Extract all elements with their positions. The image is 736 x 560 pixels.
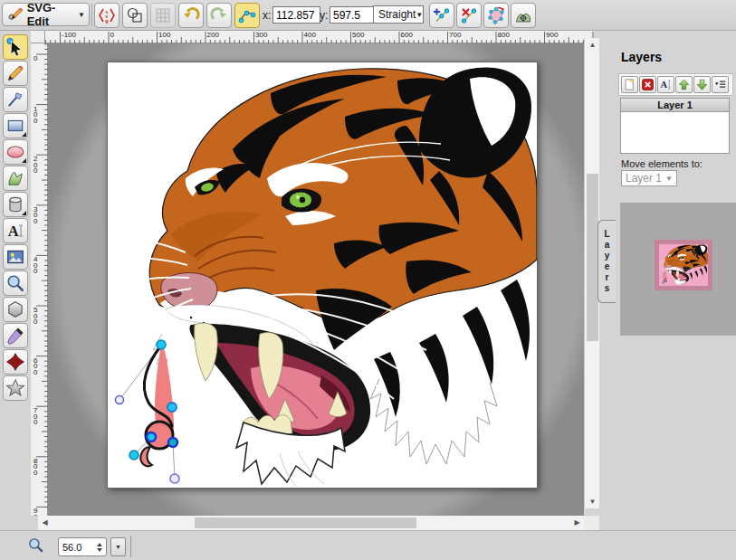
- move-layer-down-button[interactable]: [693, 76, 711, 93]
- thumbnail-image: [659, 244, 708, 286]
- move-layer-up-button[interactable]: [675, 76, 693, 93]
- undo-arrow-icon: [182, 6, 200, 24]
- scroll-down-icon[interactable]: ▼: [585, 495, 600, 508]
- tool-select-button[interactable]: [3, 34, 28, 60]
- pencil-icon: [5, 63, 25, 83]
- horizontal-scroll-thumb[interactable]: [195, 517, 416, 528]
- tool-polygon-button[interactable]: [3, 297, 28, 322]
- top-toolbar: SVG-Edit ▼ x: y: Straight ▼: [0, 0, 736, 31]
- subpath-icon: [514, 6, 532, 24]
- svg-text:200: 200: [33, 155, 38, 175]
- grid-icon: [154, 6, 172, 24]
- hexagon-icon: [5, 299, 25, 319]
- delete-node-icon: [460, 6, 478, 24]
- tool-pencil-button[interactable]: [3, 61, 28, 86]
- chevron-down-icon: ▼: [78, 11, 85, 19]
- main-menu-label: SVG-Edit: [27, 1, 74, 28]
- redo-button[interactable]: [206, 3, 232, 28]
- open-path-button[interactable]: [483, 3, 509, 28]
- scroll-right-icon[interactable]: ▶: [570, 516, 584, 530]
- delete-layer-button[interactable]: [639, 76, 656, 93]
- delete-node-button[interactable]: [456, 3, 482, 28]
- tool-ellipse-button[interactable]: [3, 139, 28, 165]
- tool-star-button[interactable]: [3, 375, 28, 401]
- rename-layer-button[interactable]: [657, 76, 674, 93]
- link-control-points-button[interactable]: [234, 3, 260, 28]
- toolbar-separator: [91, 4, 92, 26]
- svg-text:100: 100: [33, 105, 38, 125]
- tool-text-button[interactable]: [3, 218, 28, 243]
- move-elements-select[interactable]: Layer 1 ▼: [621, 170, 677, 186]
- image-icon: [5, 247, 25, 267]
- svg-canvas[interactable]: [107, 62, 538, 489]
- svg-text:0: 0: [33, 54, 38, 62]
- zoom-spinner[interactable]: [97, 543, 102, 552]
- undo-button[interactable]: [178, 3, 204, 28]
- svg-edit-logo-icon: [6, 5, 24, 24]
- scroll-left-icon[interactable]: ◀: [38, 516, 52, 530]
- green-down-icon: [695, 78, 709, 91]
- tool-image-button[interactable]: [3, 244, 28, 270]
- tool-ornament-button[interactable]: [3, 349, 28, 375]
- svg-text:300: 300: [255, 31, 268, 39]
- tool-rect-button[interactable]: [3, 113, 28, 138]
- svg-text:0: 0: [110, 31, 115, 39]
- tool-shapelib-button[interactable]: [3, 192, 28, 217]
- layer-list[interactable]: Layer 1: [620, 98, 730, 154]
- svg-text:900: 900: [546, 31, 559, 39]
- segment-type-select[interactable]: Straight ▼: [373, 5, 424, 24]
- layer-row[interactable]: Layer 1: [621, 99, 729, 112]
- wireframe-button[interactable]: [122, 3, 148, 28]
- new-page-icon: [623, 78, 636, 91]
- tool-zoom-button[interactable]: [3, 271, 28, 296]
- svg-text:300: 300: [33, 205, 38, 225]
- layers-side-tab[interactable]: Layers: [597, 220, 616, 303]
- layers-panel: Layers Layer 1 Move elements to: Layer 1…: [616, 30, 736, 560]
- grid-button[interactable]: [150, 3, 176, 28]
- new-layer-button[interactable]: [621, 76, 638, 93]
- left-ruler: 0100200300400500600700800900: [31, 43, 48, 516]
- green-up-icon: [677, 78, 691, 91]
- svg-text:800: 800: [33, 457, 38, 477]
- rename-text-icon: [659, 78, 673, 91]
- svg-source-icon: [98, 6, 116, 24]
- add-node-button[interactable]: [429, 3, 454, 28]
- y-coordinate-label: y:: [320, 9, 328, 22]
- workspace[interactable]: [48, 43, 584, 516]
- svg-text:600: 600: [33, 356, 38, 376]
- svg-text:900: 900: [33, 507, 38, 516]
- path-shape-icon: [5, 168, 25, 188]
- preview-area: [620, 203, 736, 336]
- tool-path-button[interactable]: [3, 166, 28, 191]
- horizontal-scrollbar[interactable]: ◀ ▶: [38, 516, 584, 530]
- main-menu-button[interactable]: SVG-Edit ▼: [2, 3, 90, 26]
- zoom-presets-button[interactable]: ▼: [110, 537, 126, 556]
- chevron-down-icon: ▼: [416, 11, 423, 19]
- left-toolbar: [0, 30, 31, 530]
- svg-text:500: 500: [352, 31, 365, 39]
- svg-text:-100: -100: [62, 31, 77, 39]
- svg-edit-app: SVG-Edit ▼ x: y: Straight ▼ -10001002003…: [0, 0, 736, 560]
- scroll-up-icon[interactable]: ▲: [585, 38, 600, 52]
- redo-arrow-icon: [210, 6, 228, 24]
- zoom-level-input[interactable]: 56.0: [58, 537, 107, 556]
- svg-text:500: 500: [33, 306, 38, 326]
- tool-eyedropper-button[interactable]: [3, 323, 28, 348]
- edit-source-button[interactable]: [94, 3, 119, 28]
- tiger-artwork[interactable]: [108, 62, 537, 488]
- top-ruler: -10001002003004005006007008009001000: [45, 30, 594, 43]
- document-thumbnail[interactable]: [655, 240, 712, 290]
- layers-panel-title: Layers: [621, 50, 662, 64]
- layer-buttons-row: [619, 74, 732, 95]
- svg-text:400: 400: [304, 31, 317, 39]
- add-subpath-button[interactable]: [511, 3, 536, 28]
- line-pen-icon: [5, 90, 25, 109]
- svg-text:800: 800: [498, 31, 511, 39]
- tool-line-button[interactable]: [3, 87, 28, 112]
- layer-menu-button[interactable]: [712, 76, 729, 93]
- x-coordinate-input[interactable]: [272, 6, 320, 24]
- y-coordinate-input[interactable]: [330, 6, 376, 24]
- rectangle-icon: [5, 116, 25, 136]
- zoom-magnifier-icon: [27, 536, 44, 554]
- text-icon: [5, 221, 25, 241]
